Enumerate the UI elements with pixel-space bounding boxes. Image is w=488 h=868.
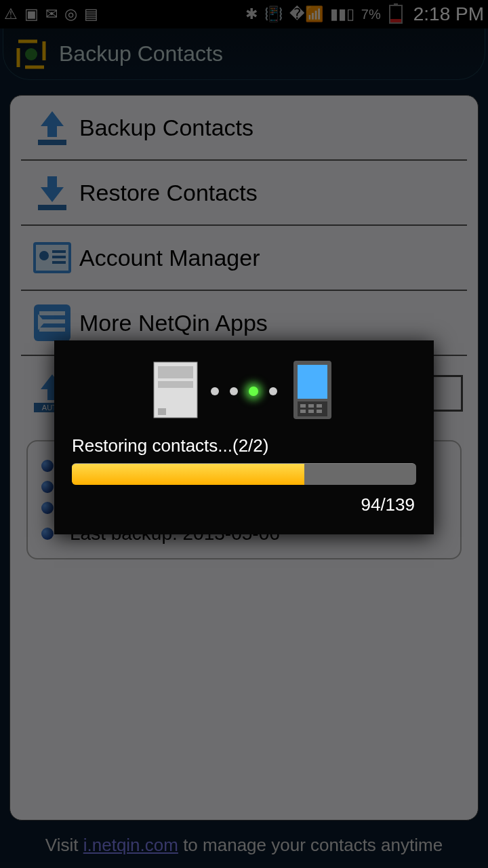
svg-rect-22 [298, 401, 327, 416]
progress-bar [72, 463, 416, 485]
progress-bar-fill [72, 464, 304, 485]
svg-rect-17 [158, 366, 193, 378]
dialog-status-text: Restoring contacts...(2/2) [72, 435, 416, 456]
svg-rect-21 [298, 365, 327, 399]
dot-icon [211, 387, 219, 395]
svg-rect-28 [317, 410, 322, 413]
svg-rect-25 [317, 404, 322, 408]
phone-icon [288, 359, 337, 423]
svg-rect-23 [300, 404, 306, 408]
svg-rect-24 [308, 404, 314, 408]
svg-rect-18 [158, 381, 193, 388]
svg-rect-19 [158, 408, 166, 415]
dot-icon [269, 387, 277, 395]
server-icon [151, 359, 200, 423]
dot-icon [230, 387, 238, 395]
svg-rect-27 [308, 410, 314, 413]
restore-progress-dialog: Restoring contacts...(2/2) 94/139 [54, 340, 434, 534]
dot-active-icon [249, 387, 258, 396]
progress-count: 94/139 [73, 494, 415, 515]
svg-rect-26 [300, 410, 306, 413]
dialog-transfer-graphic [66, 359, 422, 423]
